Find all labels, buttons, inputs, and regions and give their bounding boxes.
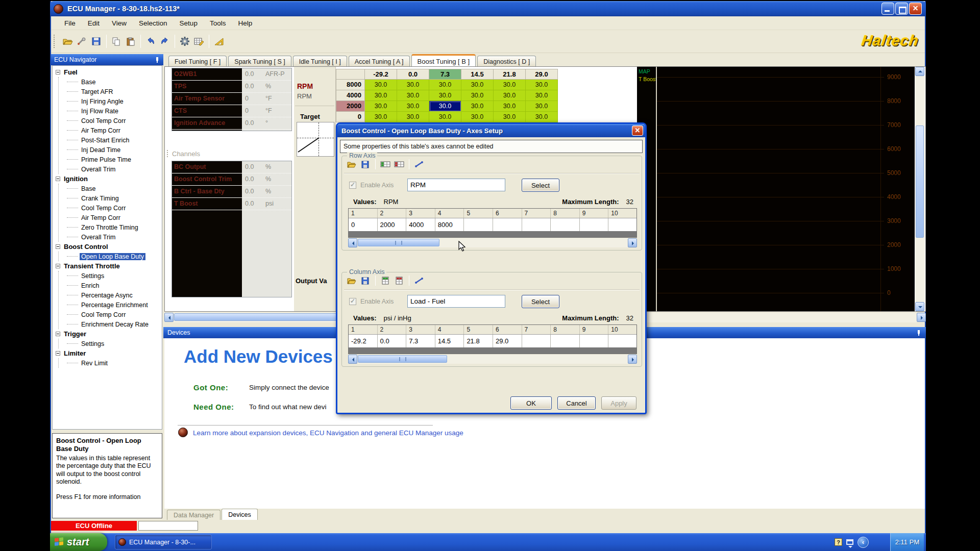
cancel-button[interactable]: Cancel — [557, 396, 596, 410]
row-header-4000[interactable]: 4000 — [336, 90, 365, 101]
scroll-up-icon[interactable] — [915, 67, 924, 76]
menu-edit[interactable]: Edit — [82, 18, 106, 29]
tab-spark-tuning[interactable]: Spark Tuning [ S ] — [228, 56, 291, 67]
tree-item-inj-dead-time[interactable]: Inj Dead Time — [59, 145, 162, 155]
tab-idle-tuning[interactable]: Idle Tuning [ I ] — [293, 56, 347, 67]
grid-value-cell[interactable]: 14.5 — [435, 335, 464, 347]
table-cell[interactable]: 30.0 — [429, 112, 461, 122]
menu-selection[interactable]: Selection — [133, 18, 174, 29]
connect-icon[interactable] — [77, 36, 88, 46]
table-cell[interactable]: 30.0 — [365, 90, 397, 101]
tab-boost-tuning[interactable]: Boost Tuning [ B ] — [411, 54, 476, 67]
tree-item-enrich[interactable]: Enrich — [59, 281, 162, 290]
col-header-14.5[interactable]: 14.5 — [461, 69, 494, 80]
tree-item-cool-temp-corr[interactable]: Cool Temp Corr — [59, 203, 162, 213]
open-icon[interactable] — [62, 36, 74, 46]
restore-button[interactable] — [895, 3, 908, 15]
table-cell[interactable]: 30.0 — [365, 80, 397, 90]
scroll-left-icon[interactable] — [348, 238, 357, 247]
tree-group-trigger[interactable]: Trigger — [55, 329, 162, 339]
tree-item-air-temp-corr[interactable]: Air Temp Corr — [59, 126, 162, 135]
column-axis-values-grid[interactable]: 12345678910-29.20.07.314.521.829.0 — [348, 324, 637, 354]
grid-value-cell[interactable]: 4000 — [406, 218, 435, 231]
axis-insert-icon[interactable] — [380, 159, 391, 169]
row-header-2000[interactable]: 2000 — [336, 101, 365, 112]
axis-insert-icon[interactable] — [380, 276, 391, 286]
table-cell[interactable]: 30.0 — [429, 101, 461, 112]
table-cell[interactable]: 30.0 — [461, 80, 494, 90]
system-tray-clock[interactable]: 2:11 PM — [890, 533, 924, 551]
scroll-down-icon[interactable] — [915, 302, 924, 311]
column-axis-scrollbar[interactable] — [348, 355, 637, 364]
graph-vertical-scrollbar[interactable] — [915, 67, 925, 311]
scroll-left-icon[interactable] — [348, 355, 357, 364]
table-cell[interactable]: 30.0 — [365, 101, 397, 112]
table-cell[interactable]: 30.0 — [494, 80, 526, 90]
learn-more-link[interactable]: Learn more about expansion devices, ECU … — [193, 429, 463, 437]
grid-value-cell[interactable]: 0 — [349, 218, 378, 231]
tree-item-inj-firing-angle[interactable]: Inj Firing Angle — [59, 96, 162, 106]
tree-group-ignition[interactable]: Ignition — [55, 174, 162, 184]
scroll-left-icon[interactable] — [164, 313, 174, 322]
tray-help-icon[interactable]: ? — [835, 538, 842, 546]
menu-setup[interactable]: Setup — [174, 18, 204, 29]
tree-item-settings[interactable]: Settings — [59, 339, 162, 348]
tree-item-base[interactable]: Base — [59, 184, 162, 193]
tree-group-transient-throttle[interactable]: Transient Throttle — [55, 261, 162, 271]
tree-group-boost-control[interactable]: Boost Control — [55, 242, 162, 252]
scroll-right-icon[interactable] — [628, 238, 637, 247]
collapse-icon[interactable] — [56, 70, 60, 74]
grid-value-cell[interactable]: -29.2 — [349, 335, 378, 347]
column-axis-input[interactable] — [407, 295, 505, 308]
tab-accel-tuning[interactable]: Accel Tuning [ A ] — [349, 56, 410, 67]
row-axis-select-button[interactable]: Select — [522, 179, 559, 192]
grid-value-cell[interactable] — [608, 218, 637, 231]
save-icon[interactable] — [91, 36, 102, 46]
tree-group-limiter[interactable]: Limiter — [55, 348, 162, 358]
dialog-close-icon[interactable] — [632, 126, 643, 136]
tree-item-post-start-enrich[interactable]: Post-Start Enrich — [59, 135, 162, 145]
axis-interpolate-icon[interactable] — [413, 159, 425, 169]
row-axis-scrollbar[interactable] — [348, 238, 637, 247]
collapse-icon[interactable] — [56, 177, 60, 181]
grid-value-cell[interactable] — [522, 218, 551, 231]
tree-item-open-loop-base-duty[interactable]: Open Loop Base Duty — [59, 252, 162, 261]
settings-gear-icon[interactable] — [179, 36, 190, 46]
row-header-0[interactable]: 0 — [336, 112, 365, 122]
scroll-right-icon[interactable] — [917, 313, 926, 322]
tree-item-air-temp-corr[interactable]: Air Temp Corr — [59, 213, 162, 222]
tree-item-target-afr[interactable]: Target AFR — [59, 87, 162, 96]
minimize-button[interactable] — [881, 3, 894, 15]
column-axis-select-button[interactable]: Select — [522, 295, 559, 308]
grid-value-cell[interactable]: 29.0 — [493, 335, 522, 347]
tree-item-crank-timing[interactable]: Crank Timing — [59, 193, 162, 203]
tree-item-cool-temp-corr[interactable]: Cool Temp Corr — [59, 116, 162, 126]
menu-view[interactable]: View — [106, 18, 133, 29]
col-header-7.3[interactable]: 7.3 — [429, 69, 461, 80]
dialog-title-bar[interactable]: Boost Control - Open Loop Base Duty - Ax… — [337, 124, 645, 137]
devices-pin-icon[interactable] — [916, 330, 922, 336]
title-bar[interactable]: ECU Manager - 8-30-18.hs2-113* — [50, 1, 926, 16]
grid-value-cell[interactable]: 8000 — [435, 218, 464, 231]
table-cell[interactable]: 30.0 — [494, 90, 526, 101]
axis-open-icon[interactable] — [346, 276, 357, 286]
table-cell[interactable]: 30.0 — [494, 112, 526, 122]
row-axis-input[interactable] — [407, 179, 505, 191]
table-cell[interactable]: 30.0 — [526, 90, 558, 101]
table-cell[interactable]: 30.0 — [397, 80, 429, 90]
tuning-table[interactable]: -29.20.07.314.521.829.0800030.030.030.03… — [336, 69, 558, 122]
menu-help[interactable]: Help — [232, 18, 258, 29]
table-cell[interactable]: 30.0 — [429, 90, 461, 101]
paste-icon[interactable] — [125, 36, 136, 46]
grid-value-cell[interactable]: 21.8 — [464, 335, 493, 347]
close-button[interactable] — [909, 3, 922, 15]
tree-item-percentage-enrichment[interactable]: Percentage Enrichment — [59, 300, 162, 310]
row-header-8000[interactable]: 8000 — [336, 80, 365, 90]
table-cell[interactable]: 30.0 — [461, 112, 494, 122]
bottom-tab-data-manager[interactable]: Data Manager — [167, 510, 220, 520]
grid-value-cell[interactable] — [551, 218, 580, 231]
col-header-0.0[interactable]: 0.0 — [397, 69, 429, 80]
row-enable-axis-checkbox[interactable] — [349, 182, 356, 189]
tab-diagnostics-tuning[interactable]: Diagnostics [ D ] — [477, 56, 536, 67]
tree-item-rev-limit[interactable]: Rev Limit — [59, 358, 162, 368]
